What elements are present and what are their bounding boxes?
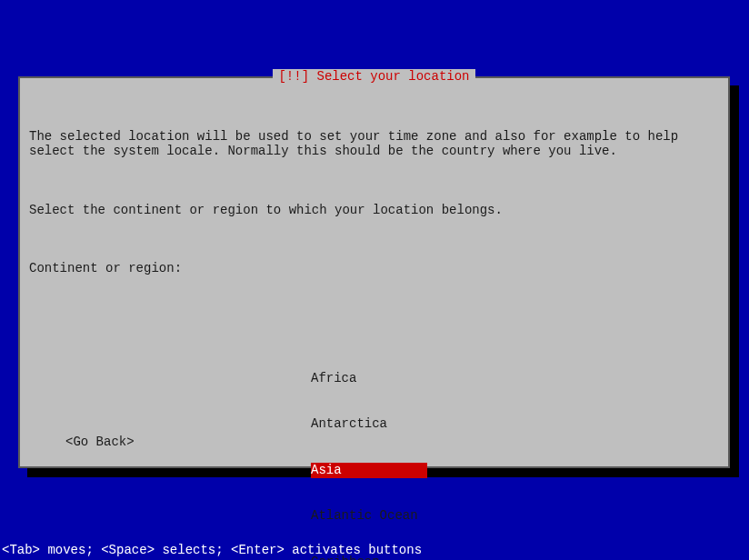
list-item-antarctica[interactable]: Antarctica: [311, 416, 427, 432]
dialog-title: [!!] Select your location: [273, 69, 474, 85]
dialog-body: The selected location will be used to se…: [29, 98, 719, 560]
location-dialog: [!!] Select your location The selected l…: [18, 76, 730, 468]
footer-hint: <Tab> moves; <Space> selects; <Enter> ac…: [2, 543, 422, 558]
dialog-paragraph-1: The selected location will be used to se…: [29, 129, 719, 160]
dialog-prompt: Continent or region:: [29, 261, 719, 276]
dialog-title-wrap: [!!] Select your location: [20, 69, 728, 85]
region-list[interactable]: Africa Antarctica Asia Atlantic Ocean Ca…: [311, 340, 719, 560]
list-item-asia[interactable]: Asia: [311, 463, 427, 478]
list-item-atlantic-ocean[interactable]: Atlantic Ocean: [311, 508, 427, 524]
dialog-paragraph-2: Select the continent or region to which …: [29, 203, 719, 218]
list-item-africa[interactable]: Africa: [311, 371, 427, 386]
go-back-button[interactable]: <Go Back>: [65, 435, 135, 450]
